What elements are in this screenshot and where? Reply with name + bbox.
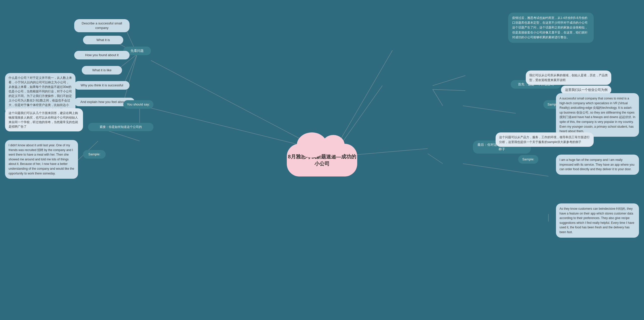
node-what-like: What it is like xyxy=(82,66,122,75)
svg-line-14 xyxy=(433,76,465,86)
node-jiejie-text: 这个问题我们可以从几个方面来回答，建议在网上购物发现很多人购买，也可以从你和这个… xyxy=(5,108,83,131)
cloud-title: 8月雅思考试新题速递—成功的小公司 xyxy=(287,144,357,176)
node-you-should: You should say: xyxy=(123,100,153,109)
node-sample-big1: A successful small company that comes to… xyxy=(556,93,639,137)
svg-line-21 xyxy=(463,164,548,176)
svg-line-15 xyxy=(433,89,465,91)
node-why-successful: Why you think it is successful xyxy=(74,81,130,90)
node-jiejie-header: 紧接：你是如何知道这个公司的 xyxy=(88,123,153,131)
svg-line-12 xyxy=(340,50,392,141)
node-shouyi-sub1: 我们可以从公司所从事的领域，创始人是谁，历史，产品类型，受欢迎程度来展开说明 xyxy=(526,70,611,85)
node-how-know-sample: I didn't know about it until last year. … xyxy=(5,140,78,179)
svg-line-17 xyxy=(463,106,516,113)
node-sample-left-label: Sample: xyxy=(83,150,106,159)
svg-line-20 xyxy=(428,154,443,164)
node-describe: Describe a successful small company xyxy=(74,19,130,32)
svg-line-0 xyxy=(151,60,304,141)
node-zuihou-sub: 这个问题可以从产品力，服务，工作的环境，领导和员工等方面进行分析，这里我也提供一… xyxy=(496,132,594,147)
node-sample-big2: I am a huge fan of the company and I am … xyxy=(556,155,639,175)
node-sample-right2-label: Sample: xyxy=(518,155,538,164)
node-yiqing: 疫情过后，雅思考试也如约而至，从1-4月份到5-8月份的口语题库也基本定型，在这… xyxy=(508,13,594,43)
node-what-it-is: What it is xyxy=(83,36,123,44)
cloud-center: 8月雅思考试新题速递—成功的小公司 xyxy=(279,132,365,188)
cloud-title-text: 8月雅思考试新题速递—成功的小公司 xyxy=(287,153,357,167)
svg-line-16 xyxy=(433,89,443,106)
svg-line-6 xyxy=(123,54,137,103)
node-sample-big3: As they know customers can beindecisive … xyxy=(556,203,639,238)
node-how-found: How you found about it xyxy=(74,51,130,59)
